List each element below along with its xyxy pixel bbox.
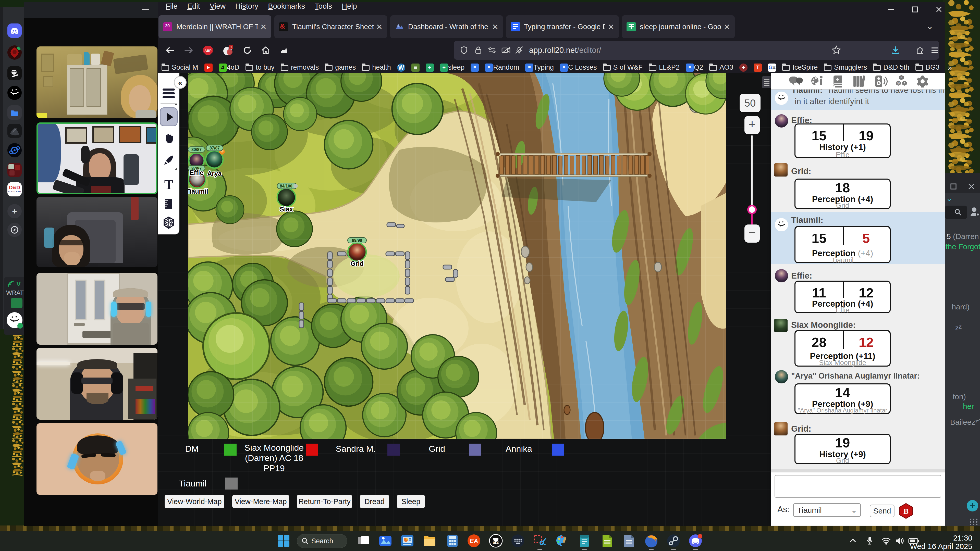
svg-text:B: B (904, 507, 908, 515)
svg-text:80/87: 80/87 (191, 148, 202, 152)
svg-text:#: # (900, 75, 902, 79)
svg-text:EA: EA (469, 537, 478, 545)
svg-text:Effie: Effie (189, 169, 204, 176)
svg-text:87/87: 87/87 (210, 146, 220, 150)
svg-text:Grid: Grid (350, 260, 363, 267)
svg-text:Siax: Siax (280, 206, 293, 213)
svg-text:1: 1 (230, 45, 232, 49)
svg-text:BLE: BLE (493, 541, 499, 545)
svg-text:84/100: 84/100 (280, 184, 293, 188)
svg-text:89/99: 89/99 (352, 238, 362, 243)
svg-text:Arya: Arya (207, 170, 222, 177)
svg-text:@: @ (897, 81, 900, 85)
svg-text:ABP: ABP (204, 49, 212, 52)
svg-text:Tiaumil: Tiaumil (188, 188, 208, 195)
